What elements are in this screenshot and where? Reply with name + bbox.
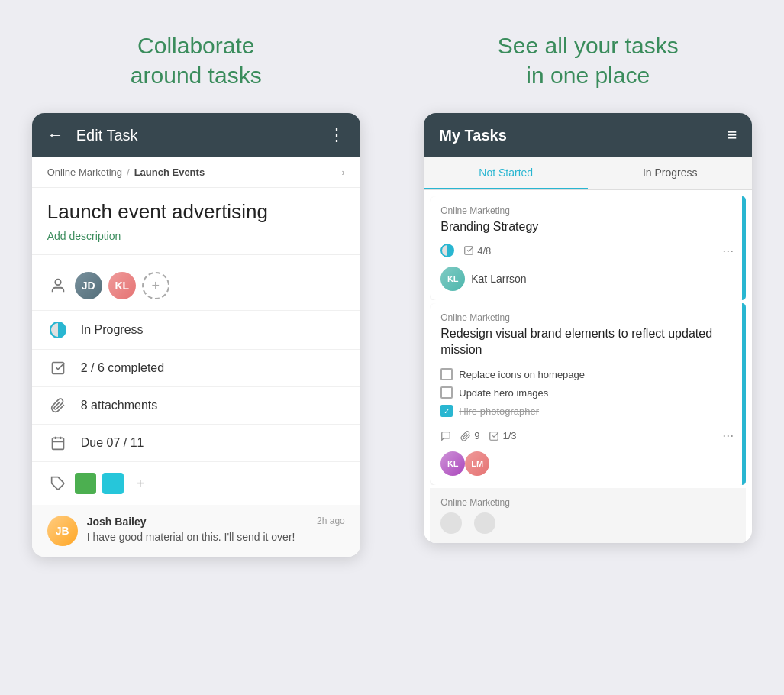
- commenter-name: Josh Bailey: [87, 516, 147, 528]
- add-tag-button[interactable]: +: [130, 473, 151, 494]
- comment-header: Josh Bailey 2h ago: [87, 516, 345, 528]
- redesign-assignee-1: KL: [440, 451, 465, 476]
- redesign-card: Online Marketing Redesign visual brand e…: [430, 303, 746, 486]
- attachments-icon: [47, 398, 69, 413]
- redesign-attach-count: 9: [474, 430, 479, 441]
- tags-row: +: [32, 462, 360, 505]
- branding-strategy-card: Online Marketing Branding Strategy 4/8 ·…: [430, 196, 746, 300]
- subtask-1-label: Replace icons on homepage: [459, 369, 585, 380]
- partial-card: Online Marketing: [430, 488, 746, 543]
- tag-green[interactable]: [75, 473, 96, 494]
- tabs-row: Not Started In Progress: [424, 157, 752, 190]
- left-panel-title: Collaborate around tasks: [131, 31, 262, 90]
- subtask-2: Update hero images: [440, 383, 734, 402]
- assignee-name: Kat Larrson: [471, 273, 526, 285]
- redesign-accent-bar: [742, 303, 746, 486]
- attachments-label: 8 attachments: [81, 399, 158, 412]
- tasks-list: Online Marketing Branding Strategy 4/8 ·…: [424, 190, 752, 543]
- subtasks-row[interactable]: 2 / 6 completed: [32, 350, 360, 387]
- branding-category: Online Marketing: [440, 205, 734, 216]
- svg-point-0: [55, 280, 60, 285]
- left-phone-card: ← Edit Task ⋮ Online Marketing / Launch …: [32, 113, 360, 557]
- breadcrumb-section: Launch Events: [134, 166, 205, 178]
- right-panel: See all your tasks in one place My Tasks…: [392, 0, 785, 695]
- status-icon: [47, 322, 69, 338]
- svg-rect-8: [490, 432, 498, 441]
- subtask-1-checkbox[interactable]: [440, 368, 453, 380]
- edit-task-title: Edit Task: [76, 127, 316, 144]
- subtask-3: ✓ Hire photographer: [440, 402, 734, 420]
- left-panel: Collaborate around tasks ← Edit Task ⋮ O…: [0, 0, 392, 695]
- branding-title: Branding Strategy: [440, 219, 734, 235]
- divider-1: [32, 254, 360, 255]
- redesign-subtasks-count: 1/3: [502, 430, 516, 441]
- branding-strategy-wrapper: Online Marketing Branding Strategy 4/8 ·…: [430, 196, 746, 300]
- redesign-wrapper: Online Marketing Redesign visual brand e…: [430, 303, 746, 486]
- tab-not-started[interactable]: Not Started: [424, 157, 588, 189]
- branding-more-button[interactable]: ···: [722, 243, 734, 259]
- redesign-assignees: KL LM: [440, 451, 734, 476]
- redesign-title: Redesign visual brand elements to reflec…: [440, 326, 734, 358]
- task-title: Launch event advertising: [47, 200, 345, 224]
- svg-rect-2: [52, 438, 63, 450]
- redesign-assignee-2: LM: [465, 451, 489, 476]
- tag-teal[interactable]: [102, 473, 124, 494]
- svg-rect-1: [52, 363, 63, 374]
- redesign-attach-meta: 9: [460, 430, 479, 441]
- subtask-3-checkbox[interactable]: ✓: [440, 405, 453, 417]
- task-title-section: Launch event advertising Add description: [32, 188, 360, 248]
- tab-in-progress[interactable]: In Progress: [588, 157, 752, 189]
- comment-section: JB Josh Bailey 2h ago I have good materi…: [32, 505, 360, 557]
- due-date-row[interactable]: Due 07 / 11: [32, 425, 360, 462]
- subtask-2-label: Update hero images: [459, 387, 548, 399]
- add-description-button[interactable]: Add description: [47, 230, 345, 242]
- right-phone-card: My Tasks ≡ Not Started In Progress Onlin…: [424, 113, 752, 543]
- subtasks-icon: [47, 360, 69, 376]
- filter-icon[interactable]: ≡: [727, 125, 737, 145]
- assignees-row: JD KL +: [32, 261, 360, 311]
- commenter-avatar: JB: [47, 516, 78, 546]
- my-tasks-title: My Tasks: [439, 127, 507, 144]
- branding-subtasks-count: 4/8: [477, 245, 491, 257]
- back-button[interactable]: ←: [47, 125, 64, 145]
- more-menu-icon[interactable]: ⋮: [328, 125, 345, 145]
- redesign-comments-meta: [440, 431, 451, 441]
- comment-body: Josh Bailey 2h ago I have good material …: [87, 516, 345, 543]
- redesign-meta: 9 1/3 ···: [440, 428, 734, 444]
- calendar-icon: [47, 435, 69, 451]
- my-tasks-header: My Tasks ≡: [424, 113, 752, 157]
- branding-accent-bar: [742, 196, 746, 300]
- avatar-2: KL: [108, 272, 136, 299]
- breadcrumb-project: Online Marketing: [47, 166, 122, 178]
- redesign-more-button[interactable]: ···: [722, 428, 734, 444]
- comment-time: 2h ago: [317, 516, 345, 528]
- attachments-row[interactable]: 8 attachments: [32, 387, 360, 425]
- tag-icon: [47, 476, 69, 491]
- branding-subtasks-meta: 4/8: [463, 245, 491, 257]
- branding-status-icon: [440, 244, 454, 257]
- edit-task-header: ← Edit Task ⋮: [32, 113, 360, 157]
- branding-meta: 4/8 ···: [440, 243, 734, 259]
- add-assignee-button[interactable]: +: [142, 272, 169, 299]
- breadcrumb: Online Marketing / Launch Events ›: [32, 157, 360, 188]
- right-panel-title: See all your tasks in one place: [498, 31, 679, 90]
- breadcrumb-separator: /: [127, 166, 130, 178]
- avatar-1: JD: [75, 272, 102, 299]
- due-date-label: Due 07 / 11: [81, 436, 144, 450]
- status-label: In Progress: [81, 323, 144, 337]
- partial-category: Online Marketing: [440, 497, 735, 508]
- redesign-subtasks-meta: 1/3: [489, 430, 516, 441]
- branding-assignee: KL Kat Larrson: [440, 267, 734, 291]
- subtask-1: Replace icons on homepage: [440, 365, 734, 383]
- status-row[interactable]: In Progress: [32, 311, 360, 350]
- person-icon: [47, 277, 69, 294]
- subtask-3-label: Hire photographer: [459, 406, 539, 417]
- assignee-avatar-kat: KL: [440, 267, 465, 291]
- subtask-2-checkbox[interactable]: [440, 386, 453, 399]
- comment-text: I have good material on this. I'll send …: [87, 531, 345, 543]
- redesign-category: Online Marketing: [440, 312, 734, 323]
- svg-rect-7: [465, 247, 473, 255]
- subtasks-label: 2 / 6 completed: [81, 361, 164, 375]
- breadcrumb-arrow-icon[interactable]: ›: [341, 166, 344, 178]
